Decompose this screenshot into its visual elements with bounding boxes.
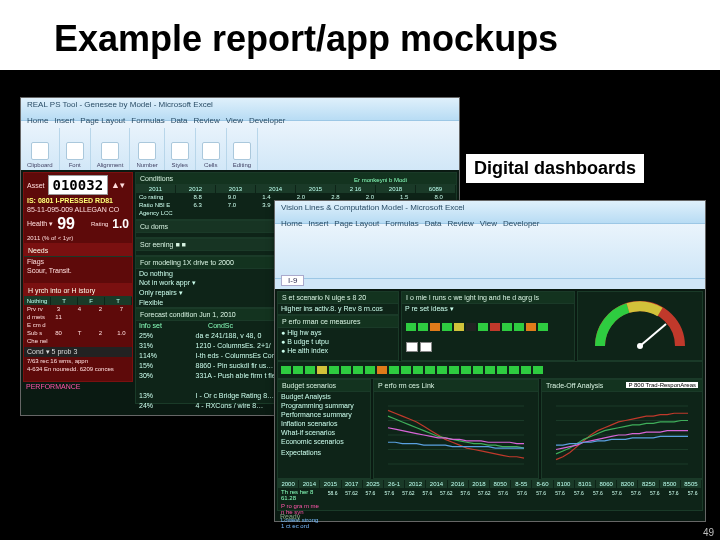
budget-item[interactable]: Performance summary bbox=[278, 410, 370, 419]
need-item: Flags bbox=[24, 257, 132, 266]
tab[interactable]: Page Layout bbox=[80, 116, 125, 125]
align-icon[interactable] bbox=[101, 142, 119, 160]
row-label: Th res her 8 61.28 bbox=[278, 488, 323, 502]
gauge-chart bbox=[578, 292, 702, 360]
scenario-title: S et scenario N ulge s 8 20 bbox=[278, 292, 398, 304]
font-icon[interactable] bbox=[66, 142, 84, 160]
tab[interactable]: Developer bbox=[503, 219, 539, 228]
tab[interactable]: Insert bbox=[54, 116, 74, 125]
tab[interactable]: Data bbox=[171, 116, 188, 125]
needs-title: Needs bbox=[24, 245, 132, 257]
health-value: 99 bbox=[57, 215, 75, 233]
asset-route: IS: 0801 I-PRESSED RD81 bbox=[24, 196, 132, 205]
tab[interactable]: Review bbox=[448, 219, 474, 228]
history-footer: Cond ▾ 5 prob 3 bbox=[24, 347, 132, 357]
ribbon-group: Alignment bbox=[91, 128, 131, 170]
ribbon-tabs-b: Home Insert Page Layout Formulas Data Re… bbox=[281, 219, 539, 228]
budget-title: Budget scenarios bbox=[278, 380, 370, 392]
asset-id[interactable]: 010032 bbox=[48, 175, 109, 195]
tab[interactable]: Developer bbox=[249, 116, 285, 125]
tab[interactable]: View bbox=[480, 219, 497, 228]
status-bar: Ready bbox=[277, 512, 303, 521]
ribbon-group: Cells bbox=[196, 128, 227, 170]
ribbon-group: Styles bbox=[165, 128, 196, 170]
styles-icon[interactable] bbox=[171, 142, 189, 160]
history-panel: H yrch into or H istory NothingTFT Prv r… bbox=[23, 284, 133, 382]
number-icon[interactable] bbox=[138, 142, 156, 160]
ribbon-a: Home Insert Page Layout Formulas Data Re… bbox=[21, 121, 459, 176]
history-footer: 4-634 En nounedd. 6209 conces bbox=[24, 365, 132, 373]
budget-item[interactable]: Budget Analysis bbox=[278, 392, 370, 401]
forecast-title: Forecast condition Jun 1, 2010 bbox=[140, 311, 236, 318]
tab[interactable]: Data bbox=[425, 219, 442, 228]
asset-panel: Asset 010032 ▲▾ IS: 0801 I-PRESSED RD81 … bbox=[23, 172, 133, 244]
tab[interactable]: Home bbox=[27, 116, 48, 125]
chart-legend[interactable]: P 800 Trad-ResponAreas bbox=[626, 382, 698, 388]
year-row: 2000201420152017202526-12012201420162018… bbox=[278, 480, 702, 488]
svg-point-1 bbox=[637, 343, 643, 349]
cell-ref[interactable]: I-9 bbox=[281, 275, 304, 286]
perf-row[interactable]: ● B udge t utpu bbox=[278, 337, 398, 346]
ribbon-group: Font bbox=[60, 128, 91, 170]
divider-label: Er monkeyni b Modi bbox=[351, 176, 410, 184]
budget-item[interactable]: Economic scenarios bbox=[278, 437, 370, 446]
slide-title: Example report/app mockups bbox=[42, 12, 570, 66]
line-chart-left bbox=[374, 392, 538, 478]
needs-panel: Needs Flags Scour, Transit. bbox=[23, 244, 133, 284]
worksheet-b: S et scenario N ulge s 8 20 Higher ins a… bbox=[275, 289, 705, 521]
perf-row[interactable]: ● Hig hw ays bbox=[278, 328, 398, 337]
perf-title: P erfo rman ce measures bbox=[278, 316, 398, 328]
health-label[interactable]: Health ▾ bbox=[27, 220, 53, 228]
need-item: Scour, Transit. bbox=[24, 266, 132, 275]
perf-row[interactable]: ● He alth index bbox=[278, 346, 398, 355]
tab[interactable]: Home bbox=[281, 219, 302, 228]
soh-label: 2011 (% of < 1yr) bbox=[24, 234, 132, 242]
preset-select[interactable]: P re set ideas ▾ bbox=[402, 304, 574, 314]
tab[interactable]: View bbox=[226, 116, 243, 125]
rating-value: 1.0 bbox=[112, 217, 129, 231]
center-chart-title: P erfo rm ces Link bbox=[374, 380, 538, 392]
svg-line-0 bbox=[640, 324, 666, 346]
ribbon-group: Number bbox=[130, 128, 164, 170]
line-chart-right bbox=[542, 392, 702, 478]
rating-label: Rating bbox=[91, 221, 108, 227]
tab[interactable]: Page Layout bbox=[334, 219, 379, 228]
bottom-table: 2000201420152017202526-12012201420162018… bbox=[277, 479, 703, 511]
tab[interactable]: Insert bbox=[308, 219, 328, 228]
mockup-b: Vision Lines & Computation Model - Micro… bbox=[274, 200, 706, 522]
scenario-panel: S et scenario N ulge s 8 20 Higher ins a… bbox=[277, 291, 399, 315]
history-footer: 7/63 rec 16 wrns, appn bbox=[24, 357, 132, 365]
page-number: 49 bbox=[703, 527, 714, 538]
slide-caption: Digital dashboards bbox=[466, 154, 644, 183]
timeline-strip bbox=[277, 361, 703, 379]
history-title: H yrch into or H istory bbox=[24, 285, 132, 297]
stepper-icon[interactable]: ▲▾ bbox=[111, 180, 125, 190]
budget-item[interactable]: Expectations bbox=[278, 448, 370, 457]
ribbon-tabs-a: Home Insert Page Layout Formulas Data Re… bbox=[27, 116, 285, 125]
budget-item[interactable]: Inflation scenarios bbox=[278, 419, 370, 428]
ribbon-group: Editing bbox=[227, 128, 258, 170]
tab[interactable]: Review bbox=[194, 116, 220, 125]
ribbon-group: Clipboard bbox=[21, 128, 60, 170]
weight-panel: I o mie l runs c we ight ing and he d ag… bbox=[401, 291, 575, 361]
ribbon-b: Home Insert Page Layout Formulas Data Re… bbox=[275, 224, 705, 279]
paste-icon[interactable] bbox=[31, 142, 49, 160]
gauge-panel bbox=[577, 291, 703, 361]
tab[interactable]: Formulas bbox=[385, 219, 418, 228]
cells-icon[interactable] bbox=[202, 142, 220, 160]
status-label: PERFORMANCE bbox=[23, 382, 83, 391]
history-header: NothingTFT bbox=[24, 297, 132, 305]
editing-icon[interactable] bbox=[233, 142, 251, 160]
weight-title: I o mie l runs c we ight ing and he d ag… bbox=[402, 292, 574, 304]
asset-label: Asset bbox=[27, 182, 45, 189]
right-chart-panel: Trade-Off Analysis P 800 Trad-ResponArea… bbox=[541, 379, 703, 479]
slide: Example report/app mockups Digital dashb… bbox=[0, 0, 720, 540]
budget-item[interactable]: What-if scenarios bbox=[278, 428, 370, 437]
right-chart-title: Trade-Off Analysis bbox=[546, 382, 603, 389]
budget-panel: Budget scenarios Budget AnalysisProgramm… bbox=[277, 379, 371, 479]
asset-location: 85-11-095-009 ALLEGAN CO bbox=[24, 205, 132, 214]
tab[interactable]: Formulas bbox=[131, 116, 164, 125]
center-chart-panel: P erfo rm ces Link bbox=[373, 379, 539, 479]
perf-panel: P erfo rman ce measures ● Hig hw ays ● B… bbox=[277, 315, 399, 361]
budget-item[interactable]: Programming summary bbox=[278, 401, 370, 410]
